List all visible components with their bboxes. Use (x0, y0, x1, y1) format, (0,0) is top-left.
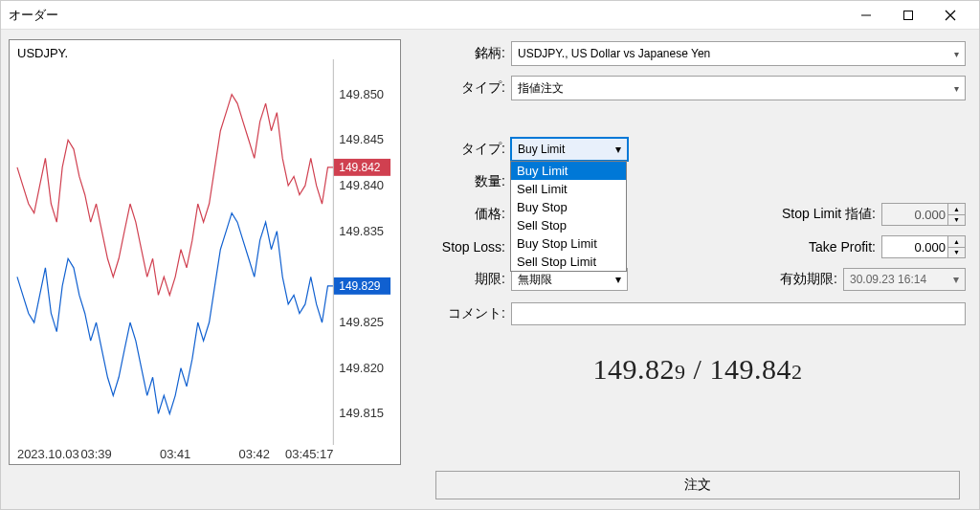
bid-ask-display: 149.829 / 149.842 (430, 330, 966, 414)
chart-symbol-label: USDJPY. (17, 46, 68, 60)
symbol-select[interactable]: USDJPY., US Dollar vs Japanese Yen ▾ (511, 41, 966, 66)
price-separator: / (686, 353, 710, 385)
svg-text:149.845: 149.845 (339, 132, 384, 146)
form-panel: 銘柄: USDJPY., US Dollar vs Japanese Yen ▾… (430, 39, 975, 505)
svg-text:2023.10.03: 2023.10.03 (17, 447, 79, 461)
titlebar: オーダー (1, 1, 979, 30)
label-comment: コメント: (430, 305, 511, 322)
expiry-date-select[interactable]: 30.09.23 16:14 ▾ (843, 268, 966, 291)
ask-price-main: 149.84 (709, 353, 791, 385)
chevron-down-icon: ▾ (954, 83, 959, 94)
svg-text:149.850: 149.850 (339, 87, 384, 101)
down-arrow-icon[interactable]: ▼ (948, 215, 965, 226)
maximize-button[interactable] (887, 1, 929, 30)
order-window: オーダー USDJPY. 149.850149.845149.840149.83… (0, 0, 980, 510)
order-type-option[interactable]: Sell Stop Limit (511, 253, 626, 271)
chevron-down-icon: ▾ (615, 143, 621, 156)
symbol-value: USDJPY., US Dollar vs Japanese Yen (518, 47, 710, 60)
svg-text:149.815: 149.815 (339, 406, 384, 420)
order-type-option[interactable]: Buy Limit (511, 162, 626, 180)
svg-text:03:42: 03:42 (239, 447, 270, 461)
order-button[interactable]: 注文 (435, 471, 960, 499)
svg-text:149.842: 149.842 (339, 161, 381, 174)
comment-input[interactable] (511, 302, 966, 325)
up-arrow-icon[interactable]: ▲ (948, 204, 965, 215)
ask-price-frac: 2 (791, 360, 803, 384)
bid-price-frac: 9 (675, 360, 686, 384)
chart-panel: USDJPY. 149.850149.845149.840149.835149.… (9, 39, 401, 465)
order-type-option[interactable]: Sell Stop (511, 216, 626, 234)
window-title: オーダー (9, 7, 845, 24)
price-chart: 149.850149.845149.840149.835149.825149.8… (10, 40, 400, 464)
up-arrow-icon[interactable]: ▲ (948, 236, 965, 248)
type-value: 指値注文 (518, 80, 564, 97)
order-type-dropdown: Buy LimitSell LimitBuy StopSell StopBuy … (510, 161, 627, 272)
type-select[interactable]: 指値注文 ▾ (511, 76, 966, 100)
take-profit-spinner[interactable]: ▲▼ (948, 235, 966, 258)
svg-rect-1 (904, 11, 913, 19)
stop-limit-spinner[interactable]: ▲▼ (948, 203, 966, 226)
svg-text:149.829: 149.829 (339, 279, 381, 293)
chevron-down-icon: ▾ (953, 273, 959, 286)
label-price: 価格: (430, 206, 511, 223)
expiry-date-value: 30.09.23 16:14 (850, 273, 926, 286)
down-arrow-icon[interactable]: ▼ (948, 248, 965, 258)
chevron-down-icon: ▾ (954, 49, 959, 59)
expiry-value: 無期限 (518, 272, 552, 288)
order-type-select[interactable]: Buy Limit ▾ (511, 138, 628, 161)
svg-text:03:41: 03:41 (160, 447, 190, 461)
order-type-option[interactable]: Buy Stop Limit (511, 234, 626, 253)
svg-text:03:45:17: 03:45:17 (285, 447, 333, 461)
svg-text:149.840: 149.840 (339, 178, 384, 192)
label-symbol: 銘柄: (430, 45, 511, 62)
label-type: タイプ: (430, 79, 511, 97)
label-expiry: 期限: (430, 271, 511, 288)
label-sl: Stop Loss: (430, 239, 511, 255)
svg-text:149.835: 149.835 (339, 224, 384, 238)
take-profit-input[interactable] (881, 235, 948, 258)
svg-text:03:39: 03:39 (80, 447, 111, 461)
stop-limit-input[interactable] (881, 203, 948, 226)
svg-text:149.820: 149.820 (339, 361, 384, 375)
label-expiry-date: 有効期限: (738, 271, 843, 288)
label-order-type: タイプ: (430, 141, 511, 158)
chevron-down-icon: ▾ (615, 273, 621, 286)
minimize-button[interactable] (845, 1, 887, 30)
body-area: USDJPY. 149.850149.845149.840149.835149.… (1, 30, 979, 509)
order-type-value: Buy Limit (518, 143, 565, 156)
svg-text:149.825: 149.825 (339, 315, 384, 329)
label-volume: 数量: (430, 173, 511, 190)
order-type-option[interactable]: Buy Stop (511, 198, 626, 216)
order-type-option[interactable]: Sell Limit (511, 180, 626, 198)
label-stop-limit: Stop Limit 指値: (776, 206, 881, 223)
bid-price-main: 149.82 (593, 353, 676, 385)
label-tp: Take Profit: (776, 239, 881, 255)
close-button[interactable] (929, 1, 971, 30)
